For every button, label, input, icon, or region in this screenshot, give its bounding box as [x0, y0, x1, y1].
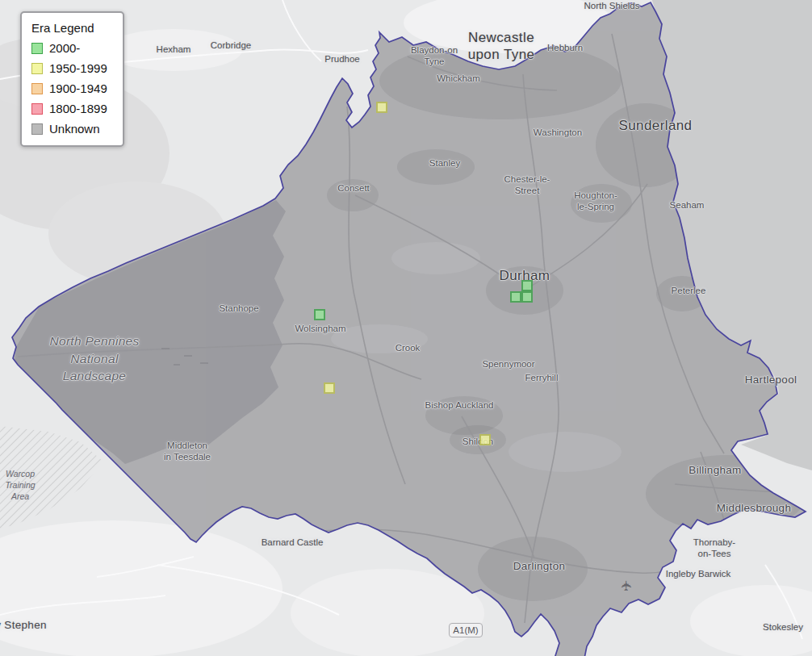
era-marker-2000[interactable]	[521, 291, 533, 303]
legend-item-label: 2000-	[49, 41, 80, 55]
legend-swatch-icon	[31, 103, 43, 115]
legend-item-unknown: Unknown	[31, 122, 115, 136]
legend-swatch-icon	[31, 63, 43, 74]
legend-item-label: 1900-1949	[49, 81, 107, 95]
era-marker-1950-1999[interactable]	[479, 434, 491, 445]
era-legend: Era Legend 2000-1950-19991900-19491800-1…	[20, 11, 124, 147]
era-marker-2000[interactable]	[314, 309, 325, 320]
legend-item-1950-1999: 1950-1999	[31, 61, 115, 75]
legend-swatch-icon	[31, 43, 43, 54]
legend-items: 2000-1950-19991900-19491800-1899Unknown	[31, 41, 115, 136]
legend-item-1900-1949: 1900-1949	[31, 81, 115, 95]
era-marker-1950-1999[interactable]	[376, 102, 387, 113]
era-marker-2000[interactable]	[521, 280, 533, 291]
airplane-icon: ✈	[618, 579, 635, 591]
legend-item-label: 1950-1999	[49, 61, 107, 75]
era-marker-1950-1999[interactable]	[324, 382, 335, 394]
map-screen: North ShieldsNewcastle upon TyneHebburnH…	[0, 0, 812, 656]
legend-title: Era Legend	[31, 21, 115, 35]
legend-item-1800-1899: 1800-1899	[31, 102, 115, 115]
legend-swatch-icon	[31, 123, 43, 135]
legend-item-2000: 2000-	[31, 41, 115, 55]
road-badge-a1m: A1(M)	[449, 623, 483, 637]
era-marker-2000[interactable]	[510, 291, 521, 303]
legend-item-label: Unknown	[49, 122, 100, 136]
legend-item-label: 1800-1899	[49, 102, 107, 115]
legend-swatch-icon	[31, 83, 43, 94]
